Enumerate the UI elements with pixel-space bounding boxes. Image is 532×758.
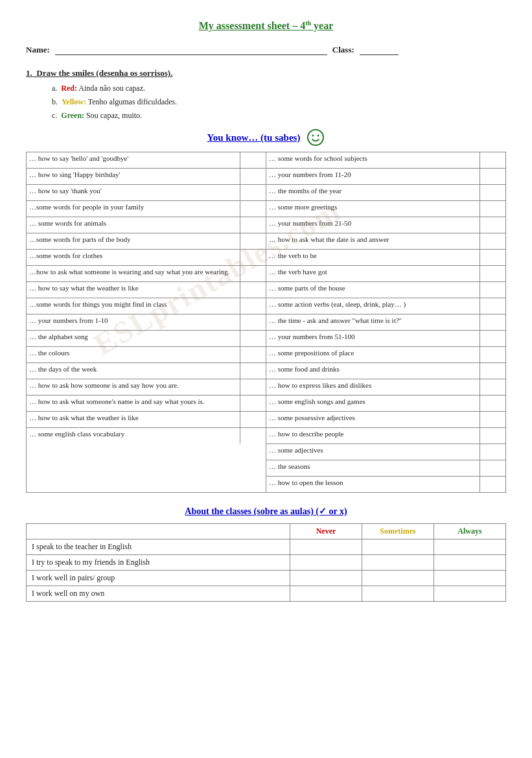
left-row-box xyxy=(240,412,266,427)
right-row-text: … the verb have got xyxy=(266,266,480,281)
right-row-box xyxy=(480,298,505,314)
right-row-box xyxy=(480,428,505,444)
right-row-box xyxy=(480,185,505,200)
left-row-box xyxy=(240,233,266,249)
left-row-text: …some words for clothes xyxy=(27,250,240,265)
left-row-text: … the days of the week xyxy=(27,363,240,379)
green-text: Sou capaz, muito. xyxy=(86,111,142,120)
left-row: … the alphabet song xyxy=(27,331,266,347)
about-sometimes-cell xyxy=(362,571,434,586)
right-row: … how to describe people xyxy=(266,428,505,444)
smiley-green: c. Green: Sou capaz, muito. xyxy=(52,111,506,121)
green-label: Green: xyxy=(61,111,84,120)
right-row-box xyxy=(480,201,505,217)
right-row: … how to open the lesson xyxy=(266,477,505,492)
red-text: Ainda não sou capaz. xyxy=(78,84,145,93)
right-row-box xyxy=(480,460,505,476)
left-row-text: …some words for people in your family xyxy=(27,201,240,217)
right-row: … some food and drinks xyxy=(266,363,505,379)
right-row-box xyxy=(480,314,505,330)
right-row-text: … some food and drinks xyxy=(266,363,480,379)
about-row-text: I speak to the teacher in English xyxy=(27,539,290,555)
left-row-box xyxy=(240,266,266,281)
right-row: … some parts of the house xyxy=(266,282,505,298)
left-row-box xyxy=(240,169,266,184)
about-row-text: I work well in pairs/ group xyxy=(27,571,290,586)
left-row-box xyxy=(240,298,266,314)
right-row-text: … your numbers from 11-20 xyxy=(266,169,480,184)
name-class-row: Name: Class: xyxy=(26,45,506,55)
left-row-text: … how to say what the weather is like xyxy=(27,282,240,298)
yellow-label: Yellow: xyxy=(62,97,86,106)
smiley-instructions: a. Red: Ainda não sou capaz. b. Yellow: … xyxy=(52,84,506,121)
right-row-text: … your numbers from 21-50 xyxy=(266,217,480,233)
about-never-cell xyxy=(290,586,362,602)
right-row-box xyxy=(480,379,505,395)
yellow-text: Tenho algumas dificuldades. xyxy=(88,97,177,106)
svg-point-0 xyxy=(308,130,323,145)
right-row-text: … some more greetings xyxy=(266,201,480,217)
left-row-box xyxy=(240,363,266,379)
right-row-box xyxy=(480,347,505,362)
left-row-text: … some english class vocabulary xyxy=(27,428,240,444)
smiley-yellow: b. Yellow: Tenho algumas dificuldades. xyxy=(52,97,506,107)
svg-point-2 xyxy=(318,135,319,137)
about-row: I try to speak to my friends in English xyxy=(27,555,506,571)
you-know-title: You know… (tu sabes) xyxy=(26,128,506,147)
left-row-text: … some words for animals xyxy=(27,217,240,233)
right-row-text: … some adjectives xyxy=(266,444,480,460)
right-row-text: … your numbers from 51-100 xyxy=(266,331,480,346)
right-row-text: … the seasons xyxy=(266,460,480,476)
right-row-text: … some prepositions of place xyxy=(266,347,480,362)
about-sometimes-cell xyxy=(362,586,434,602)
left-row-box xyxy=(240,428,266,444)
right-row-box xyxy=(480,169,505,184)
about-row: I work well on my own xyxy=(27,586,506,602)
smiley-red: a. Red: Ainda não sou capaz. xyxy=(52,84,506,93)
left-row-text: …how to ask what someone is wearing and … xyxy=(27,266,240,281)
right-row-box xyxy=(480,266,505,281)
left-row: … how to ask how someone is and say how … xyxy=(27,379,266,396)
left-row-box xyxy=(240,185,266,200)
th-always: Always xyxy=(434,524,506,539)
right-row: … how to ask what the date is and answer xyxy=(266,233,505,250)
right-row-box xyxy=(480,444,505,460)
left-row: … the colours xyxy=(27,347,266,363)
right-row: … some english songs and games xyxy=(266,396,505,412)
left-row-text: … your numbers from 1-10 xyxy=(27,314,240,330)
class-line xyxy=(360,45,399,55)
right-row: … some action verbs (eat, sleep, drink, … xyxy=(266,298,505,314)
left-row-box xyxy=(240,152,266,168)
right-row: … the seasons xyxy=(266,460,505,477)
left-row: … some words for animals xyxy=(27,217,266,233)
smiley-icon xyxy=(306,128,325,147)
class-label: Class: xyxy=(332,45,354,55)
left-row: … your numbers from 1-10 xyxy=(27,314,266,331)
left-row-box xyxy=(240,347,266,362)
left-row: … how to say what the weather is like xyxy=(27,282,266,298)
right-row: … the months of the year xyxy=(266,185,505,201)
about-never-cell xyxy=(290,571,362,586)
left-row-text: … how to ask what the weather is like xyxy=(27,412,240,427)
right-row: … some possessive adjectives xyxy=(266,412,505,428)
about-never-cell xyxy=(290,539,362,555)
right-row-text: … some words for school subjects xyxy=(266,152,480,168)
left-row: …some words for things you might find in… xyxy=(27,298,266,314)
right-row: … the time - ask and answer "what time i… xyxy=(266,314,505,331)
left-row-text: … how to say 'thank you' xyxy=(27,185,240,200)
right-row-box xyxy=(480,152,505,168)
left-row-box xyxy=(240,379,266,395)
left-row: … how to sing 'Happy birthday' xyxy=(27,169,266,185)
left-row-text: … how to ask how someone is and say how … xyxy=(27,379,240,395)
left-row: … how to ask what the weather is like xyxy=(27,412,266,428)
th-sometimes: Sometimes xyxy=(362,524,434,539)
right-row-text: … how to express likes and dislikes xyxy=(266,379,480,395)
right-row: … your numbers from 21-50 xyxy=(266,217,505,233)
right-row-box xyxy=(480,412,505,427)
you-know-table: … how to say 'hello' and 'goodbye'… how … xyxy=(26,152,506,493)
about-row: I speak to the teacher in English xyxy=(27,539,506,555)
question-1-label: Draw the smiles (desenha os sorrisos). xyxy=(36,68,172,78)
right-row: … your numbers from 11-20 xyxy=(266,169,505,185)
right-row-text: … some possessive adjectives xyxy=(266,412,480,427)
right-row: … some more greetings xyxy=(266,201,505,217)
